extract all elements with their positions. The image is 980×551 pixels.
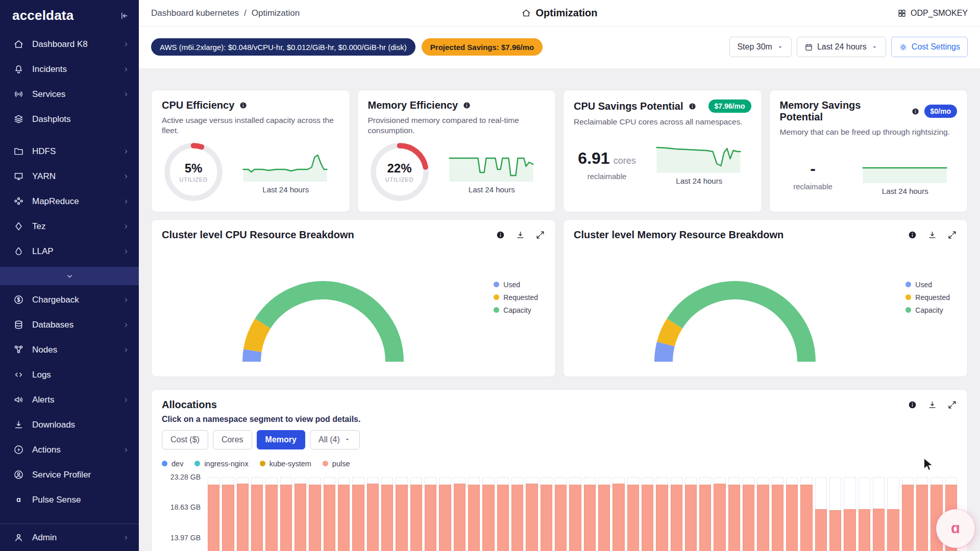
sidebar-item-nodes[interactable]: Nodes — [0, 337, 139, 362]
info-icon[interactable] — [911, 107, 920, 116]
allocation-bar[interactable] — [454, 477, 465, 551]
allocation-bar[interactable] — [714, 477, 725, 551]
allocation-bar[interactable] — [352, 477, 364, 551]
info-icon[interactable] — [688, 102, 697, 111]
allocation-bar[interactable] — [642, 477, 653, 551]
info-icon[interactable] — [908, 230, 917, 240]
allocation-bar[interactable] — [685, 477, 697, 551]
allocation-bar[interactable] — [280, 477, 292, 551]
allocation-bar[interactable] — [410, 477, 422, 551]
namespace-filter-dropdown[interactable]: All (4) — [310, 430, 360, 449]
allocation-bar[interactable] — [612, 477, 624, 551]
namespace-legend-ingress-nginx[interactable]: ingress-nginx — [194, 460, 248, 468]
sidebar-item-tez[interactable]: Tez — [0, 214, 139, 239]
sidebar-item-alerts[interactable]: Alerts — [0, 387, 139, 412]
allocation-bar[interactable] — [295, 477, 306, 551]
allocation-bar[interactable] — [829, 477, 841, 551]
namespace-legend-kube-system[interactable]: kube-system — [260, 460, 311, 468]
sidebar-item-admin[interactable]: Admin — [0, 523, 139, 551]
allocation-bar[interactable] — [656, 477, 668, 551]
expand-icon[interactable] — [947, 400, 957, 410]
allocation-bar[interactable] — [381, 477, 393, 551]
sidebar-item-pulse-sense[interactable]: ɑ Pulse Sense — [0, 487, 139, 512]
allocation-bar[interactable] — [584, 477, 596, 551]
info-icon[interactable] — [496, 230, 505, 240]
sidebar-item-label: Actions — [32, 445, 61, 455]
sidebar-item-yarn[interactable]: YARN — [0, 164, 139, 189]
metric-cost-button[interactable]: Cost ($) — [162, 430, 208, 449]
allocation-bar[interactable] — [859, 477, 870, 551]
allocation-bar[interactable] — [439, 477, 451, 551]
allocation-bar[interactable] — [324, 477, 335, 551]
sidebar-item-dashplots[interactable]: Dashplots — [0, 107, 139, 132]
org-selector[interactable]: ODP_SMOKEY — [897, 9, 968, 18]
info-icon[interactable] — [908, 400, 917, 410]
allocation-bar[interactable] — [468, 477, 480, 551]
cost-settings-button[interactable]: Cost Settings — [891, 37, 968, 57]
sidebar-item-chargeback[interactable]: Chargeback — [0, 287, 139, 312]
allocation-bar[interactable] — [555, 477, 567, 551]
allocation-bar[interactable] — [772, 477, 783, 551]
allocation-bar[interactable] — [800, 477, 812, 551]
breadcrumb-optimization[interactable]: Optimization — [252, 8, 300, 18]
allocation-bar[interactable] — [237, 477, 249, 551]
sidebar-item-dashboard-k8[interactable]: Dashboard K8 — [0, 32, 139, 57]
allocation-bar[interactable] — [786, 477, 798, 551]
expand-icon[interactable] — [947, 230, 957, 240]
info-icon[interactable] — [462, 101, 471, 110]
download-icon[interactable] — [927, 230, 937, 240]
namespace-legend-dev[interactable]: dev — [162, 460, 183, 468]
allocation-bar[interactable] — [265, 477, 277, 551]
sidebar-item-databases[interactable]: Databases — [0, 312, 139, 337]
sidebar-item-hdfs[interactable]: HDFS — [0, 139, 139, 164]
allocation-bar[interactable] — [627, 477, 639, 551]
allocation-bar[interactable] — [222, 477, 234, 551]
allocation-bar[interactable] — [699, 477, 711, 551]
allocation-bar[interactable] — [728, 477, 740, 551]
sidebar-expander[interactable] — [0, 267, 139, 285]
sidebar-collapse-icon[interactable] — [118, 11, 129, 21]
allocation-bar[interactable] — [396, 477, 407, 551]
allocation-bar[interactable] — [916, 477, 928, 551]
allocation-bar[interactable] — [497, 477, 509, 551]
namespace-legend-pulse[interactable]: pulse — [323, 460, 350, 468]
download-icon[interactable] — [516, 230, 525, 240]
sidebar-item-downloads[interactable]: Downloads — [0, 412, 139, 437]
sidebar-item-service-profiler[interactable]: Service Profiler — [0, 462, 139, 487]
sidebar-item-actions[interactable]: Actions — [0, 437, 139, 462]
allocation-bar[interactable] — [367, 477, 379, 551]
sidebar-item-services[interactable]: Services — [0, 82, 139, 107]
time-range-dropdown[interactable]: Last 24 hours — [797, 37, 886, 57]
allocation-bar[interactable] — [482, 477, 494, 551]
allocation-bar[interactable] — [844, 477, 855, 551]
allocation-bar[interactable] — [208, 477, 219, 551]
expand-icon[interactable] — [535, 230, 545, 240]
metric-memory-button[interactable]: Memory — [257, 430, 305, 449]
allocation-bar[interactable] — [887, 477, 899, 551]
allocation-bar[interactable] — [541, 477, 552, 551]
allocation-bar[interactable] — [743, 477, 754, 551]
breadcrumb-dashboard-kubernetes[interactable]: Dashboard kubernetes — [151, 8, 239, 18]
metric-cores-button[interactable]: Cores — [213, 430, 252, 449]
allocation-bar[interactable] — [425, 477, 436, 551]
download-icon[interactable] — [927, 400, 937, 410]
allocation-bar[interactable] — [671, 477, 682, 551]
info-icon[interactable] — [239, 101, 248, 110]
allocation-bar[interactable] — [598, 477, 610, 551]
pulse-assistant-button[interactable]: ɑ — [936, 509, 975, 548]
allocation-bar[interactable] — [873, 477, 885, 551]
allocation-bar[interactable] — [251, 477, 263, 551]
allocation-bar[interactable] — [309, 477, 321, 551]
sidebar-item-llap[interactable]: LLAP — [0, 239, 139, 264]
sidebar-item-mapreduce[interactable]: MapReduce — [0, 189, 139, 214]
allocation-bar[interactable] — [902, 477, 914, 551]
allocation-bar[interactable] — [526, 477, 537, 551]
allocation-bar[interactable] — [757, 477, 769, 551]
allocation-bar[interactable] — [511, 477, 523, 551]
sidebar-item-logs[interactable]: Logs — [0, 362, 139, 387]
allocation-bar[interactable] — [338, 477, 350, 551]
sidebar-item-incidents[interactable]: Incidents — [0, 57, 139, 82]
allocation-bar[interactable] — [815, 477, 827, 551]
step-dropdown[interactable]: Step 30m — [729, 37, 791, 57]
allocation-bar[interactable] — [569, 477, 581, 551]
